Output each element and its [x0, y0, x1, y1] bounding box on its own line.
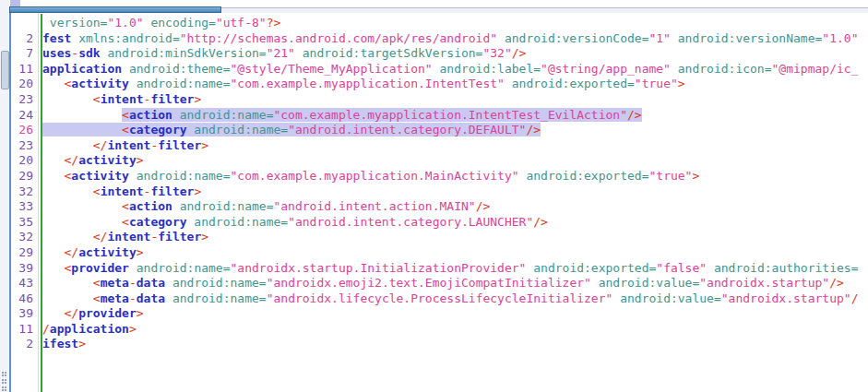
code-line[interactable]: 46 <meta-data android:name="androidx.lif… [11, 291, 868, 307]
token: activity [78, 245, 137, 259]
token: filter [150, 92, 194, 106]
token: intent [101, 92, 144, 106]
token [42, 199, 122, 213]
code-line[interactable]: version="1.0" encoding="utf-8"?> [11, 16, 868, 31]
line-number: 23 [11, 138, 42, 154]
code-text: <activity android:name="com.example.myap… [42, 169, 699, 183]
token: > [137, 306, 144, 320]
token: android:authorities= [707, 261, 858, 275]
token: data [137, 276, 165, 290]
token: "@mipmap/ic_ [772, 62, 859, 76]
code-line[interactable]: 20 <activity android:name="com.example.m… [11, 77, 868, 92]
token: "@string/app_name" [541, 62, 671, 76]
tab-remnant [10, 0, 20, 6]
token: < [93, 276, 101, 290]
code-line[interactable]: 39 <provider android:name="androidx.star… [11, 261, 868, 277]
token: < [93, 184, 101, 198]
token: < [122, 199, 129, 213]
token: meta [101, 276, 129, 290]
token: > [194, 184, 201, 198]
code-line[interactable]: 26 <category android:name="android.inten… [11, 123, 868, 138]
token: provider [71, 261, 129, 275]
token: "com.example.myapplication.MainActivity" [231, 169, 519, 183]
resize-grip-icon[interactable] [2, 372, 7, 377]
code-line[interactable]: 33 <action android:name="android.intent.… [11, 199, 868, 215]
resize-grip-icon[interactable] [2, 386, 7, 392]
token: > [137, 245, 144, 259]
code-line[interactable]: 32 <intent-filter> [11, 184, 868, 200]
code-text: </intent-filter> [42, 138, 208, 152]
horizontal-scrollbar-thumb[interactable] [9, 6, 221, 13]
line-number: 20 [11, 77, 42, 92]
code-line[interactable]: 24 <action android:name="com.example.mya… [11, 108, 868, 124]
code-line[interactable]: 29 <activity android:name="com.example.m… [11, 169, 868, 184]
token [42, 153, 64, 167]
token: android:name= [165, 276, 267, 290]
token: - [129, 291, 137, 305]
token: application [50, 322, 129, 336]
token: filter [158, 138, 201, 152]
code-line[interactable]: 20 </activity> [11, 153, 868, 169]
code-line[interactable]: 7uses-sdk android:minSdkVersion="21" and… [11, 46, 868, 62]
code-text: <provider android:name="androidx.startup… [42, 261, 858, 275]
token: </ [64, 306, 78, 320]
token: category [129, 123, 187, 137]
token: android:targetSdkVersion= [295, 46, 483, 60]
token: android:name= [172, 108, 274, 122]
code-line[interactable]: 11/application> [11, 322, 868, 338]
line-number: 24 [11, 108, 42, 124]
token: android:name= [165, 291, 267, 305]
token: ifest [42, 337, 78, 350]
token: action [129, 199, 172, 213]
token: android:exported= [526, 261, 656, 275]
token: - [129, 276, 137, 290]
token [42, 123, 122, 137]
token: /> [476, 199, 491, 213]
token [42, 138, 93, 152]
code-editor[interactable]: version="1.0" encoding="utf-8"?>2fest xm… [9, 13, 868, 392]
code-line[interactable]: 43 <meta-data android:name="androidx.emo… [11, 276, 868, 291]
token: activity [71, 169, 129, 183]
code-line[interactable]: 2ifest> [11, 337, 868, 352]
token: android:exported= [519, 169, 649, 183]
token [42, 230, 93, 244]
token: action [129, 108, 172, 122]
code-line[interactable]: 35 <category android:name="android.inten… [11, 215, 868, 231]
code-line[interactable]: 11application android:theme="@style/Them… [11, 62, 868, 77]
token: / [42, 322, 50, 336]
horizontal-scrollbar[interactable] [9, 6, 868, 13]
token [42, 306, 64, 320]
left-scrollbar[interactable] [0, 0, 9, 392]
token: android:icon= [671, 62, 772, 76]
token: > [678, 77, 685, 90]
token [42, 261, 64, 275]
token: "android.intent.category.LAUNCHER" [288, 215, 533, 229]
code-line[interactable]: 29 </activity> [11, 245, 868, 261]
token: /> [533, 215, 548, 229]
token: "androidx.startup" [721, 291, 851, 305]
xml-viewer-window: version="1.0" encoding="utf-8"?>2fest xm… [0, 0, 868, 392]
token: category [129, 215, 187, 229]
resize-grip-icon[interactable] [2, 379, 7, 385]
code-text: version="1.0" encoding="utf-8"?> [42, 16, 280, 30]
token: "android.intent.action.MAIN" [273, 199, 475, 213]
code-line[interactable]: 32 </intent-filter> [11, 230, 868, 245]
code-lines: version="1.0" encoding="utf-8"?>2fest xm… [11, 13, 868, 352]
token: "1.0" [107, 16, 143, 30]
code-text: </intent-filter> [42, 230, 208, 244]
token: filter [150, 184, 194, 198]
token: > [692, 169, 699, 183]
token: android:value= [591, 276, 699, 290]
token: "@style/Theme_MyApplication" [231, 62, 433, 76]
code-line[interactable]: 2fest xmlns:android="http://schemas.andr… [11, 31, 868, 47]
left-scrollbar-thumb[interactable] [1, 51, 9, 89]
code-line[interactable]: 39 </provider> [11, 306, 868, 322]
token: "1.0" [822, 31, 858, 45]
token [42, 276, 93, 290]
code-text: <action android:name="com.example.myappl… [42, 108, 642, 122]
code-line[interactable]: 23 <intent-filter> [11, 92, 868, 108]
token: encoding= [144, 16, 216, 30]
code-line[interactable]: 23 </intent-filter> [11, 138, 868, 154]
token: > [194, 92, 201, 106]
token: > [201, 138, 208, 152]
